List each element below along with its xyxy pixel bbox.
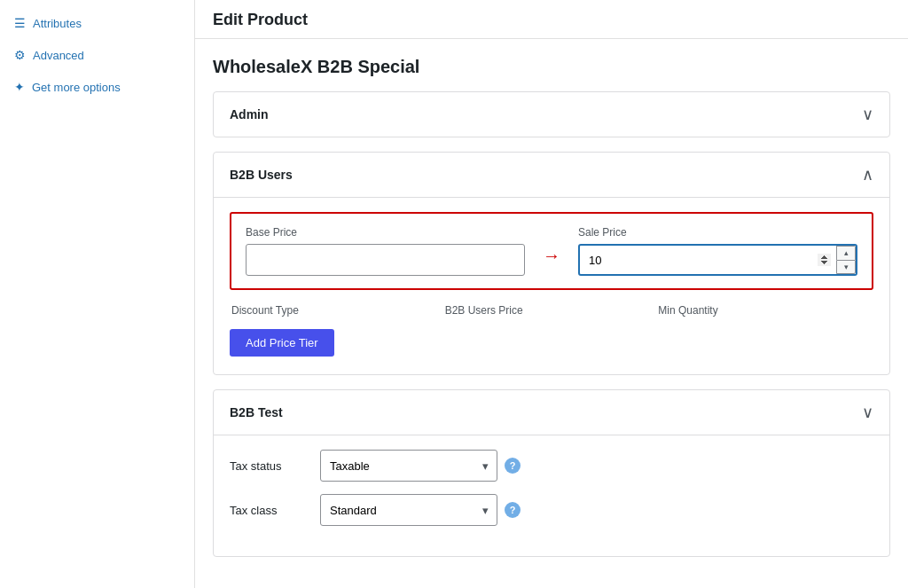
sidebar-item-label: Attributes xyxy=(33,17,82,30)
b2b-test-section-body: Tax status Taxable Shipping only None ? xyxy=(214,435,889,556)
spinner-buttons: ▴ ▾ xyxy=(836,246,856,274)
spinner-down-button[interactable]: ▾ xyxy=(836,260,856,275)
base-price-input[interactable] xyxy=(246,244,525,276)
discount-type-header: Discount Type xyxy=(231,304,445,317)
tax-class-label: Tax class xyxy=(230,504,309,517)
sidebar-item-attributes[interactable]: ☰ Attributes xyxy=(0,7,194,39)
spinner-up-button[interactable]: ▴ xyxy=(836,246,856,260)
sidebar-item-label: Get more options xyxy=(32,81,121,94)
sale-price-field: Sale Price ▴ ▾ xyxy=(578,226,857,276)
sidebar: ☰ Attributes ⚙ Advanced ✦ Get more optio… xyxy=(0,0,195,588)
sale-price-input-wrap: ▴ ▾ xyxy=(578,244,857,276)
arrow-right-icon: → xyxy=(543,246,560,266)
tax-status-label: Tax status xyxy=(230,459,309,473)
tax-status-row: Tax status Taxable Shipping only None ? xyxy=(230,450,873,482)
tax-class-help-icon[interactable]: ? xyxy=(505,502,521,518)
b2b-test-chevron-icon: ∨ xyxy=(862,403,873,422)
attributes-icon: ☰ xyxy=(14,16,26,30)
b2b-users-section-title: B2B Users xyxy=(230,168,293,182)
b2b-users-price-header: B2B Users Price xyxy=(445,304,659,317)
sidebar-item-label: Advanced xyxy=(33,49,84,62)
gear-icon: ⚙ xyxy=(14,48,26,62)
add-price-tier-button[interactable]: Add Price Tier xyxy=(230,329,334,357)
admin-section-title: Admin xyxy=(230,107,269,122)
star-icon: ✦ xyxy=(14,80,25,94)
main-content-area: Edit Product WholesaleX B2B Special Admi… xyxy=(195,0,908,588)
admin-section-header[interactable]: Admin ∨ xyxy=(214,92,889,137)
tax-class-select[interactable]: Standard Reduced rate Zero rate xyxy=(320,494,497,526)
tax-status-select-wrapper: Taxable Shipping only None xyxy=(320,450,497,482)
b2b-users-section: B2B Users ∧ Base Price → xyxy=(213,152,890,375)
b2b-users-chevron-icon: ∧ xyxy=(862,165,873,184)
sale-price-input[interactable] xyxy=(578,244,857,276)
b2b-test-section-title: B2B Test xyxy=(230,405,283,419)
tax-status-select-wrap: Taxable Shipping only None ? xyxy=(320,450,521,482)
sidebar-item-get-more-options[interactable]: ✦ Get more options xyxy=(0,71,194,103)
admin-section: Admin ∨ xyxy=(213,91,890,137)
b2b-users-section-header[interactable]: B2B Users ∧ xyxy=(214,153,889,197)
sidebar-item-advanced[interactable]: ⚙ Advanced xyxy=(0,39,194,71)
min-quantity-header: Min Quantity xyxy=(658,304,872,317)
tax-status-help-icon[interactable]: ? xyxy=(505,458,521,474)
main-body: WholesaleX B2B Special Admin ∨ B2B Users… xyxy=(195,39,908,588)
wholesalex-title: WholesaleX B2B Special xyxy=(213,57,890,77)
page-header: Edit Product xyxy=(195,0,908,39)
base-price-field: Base Price xyxy=(246,226,525,276)
arrow-area: → xyxy=(543,226,560,266)
base-price-label: Base Price xyxy=(246,226,525,239)
tax-class-row: Tax class Standard Reduced rate Zero rat… xyxy=(230,494,873,526)
b2b-test-section-header[interactable]: B2B Test ∨ xyxy=(214,390,889,435)
page-title: Edit Product xyxy=(213,11,890,29)
sale-price-label: Sale Price xyxy=(578,226,857,239)
b2b-users-section-body: Base Price → Sale Price xyxy=(214,197,889,374)
admin-chevron-icon: ∨ xyxy=(862,105,873,124)
tax-class-select-wrap: Standard Reduced rate Zero rate ? xyxy=(320,494,521,526)
tier-table-headers: Discount Type B2B Users Price Min Quanti… xyxy=(230,304,873,317)
b2b-price-box: Base Price → Sale Price xyxy=(230,212,873,290)
b2b-test-section: B2B Test ∨ Tax status Taxable Shipping o… xyxy=(213,389,890,557)
tax-status-select[interactable]: Taxable Shipping only None xyxy=(320,450,497,482)
tax-class-select-wrapper: Standard Reduced rate Zero rate xyxy=(320,494,497,526)
